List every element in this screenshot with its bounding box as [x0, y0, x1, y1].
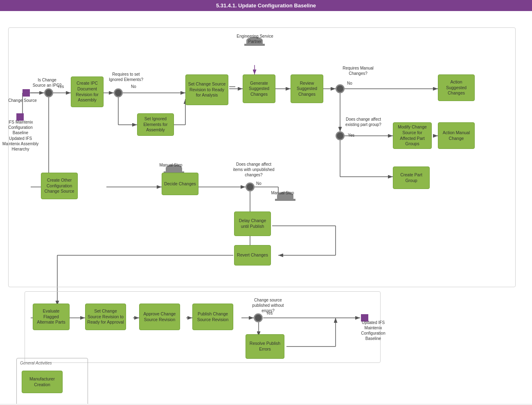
delay-change-box: Delay Change until Publish — [234, 212, 271, 236]
no3-label: No — [256, 181, 261, 186]
change-source-square — [23, 89, 30, 97]
title-bar: 5.31.4.1. Update Configuration Baseline — [0, 0, 532, 11]
gate5 — [246, 182, 255, 191]
gate3 — [336, 84, 345, 93]
decide-changes-box: Decide Changes — [162, 173, 198, 195]
create-ipc-box: Create IPC Document Revision for Assembl… — [71, 76, 104, 107]
manual-step2-label: Manual Step — [269, 190, 296, 196]
general-activities-label: General Activities — [20, 360, 52, 366]
publish-change-box: Publish Change Source Revision — [192, 304, 233, 330]
change-source-label: Change Source — [8, 98, 37, 103]
action-suggested-box: Action Suggested Changes — [438, 74, 475, 101]
review-suggested-box: Review Suggested Changes — [291, 74, 323, 103]
requires-ignored-label: Requires to set Ignored Elements? — [106, 72, 147, 82]
title-text: 5.31.4.1. Update Configuration Baseline — [216, 2, 316, 9]
gate4 — [336, 131, 345, 140]
updated-ifs2-label: Updated IFS Maintenix Configuration Base… — [353, 320, 394, 341]
action-manual-box: Action Manual Change — [438, 122, 475, 149]
general-activities-box: General Activities Manufacturer Creation — [16, 358, 88, 404]
resolve-errors-box: Resolve Publish Errors — [246, 334, 284, 359]
modify-change-source-box: Modify Change Source for Affected Part G… — [393, 122, 432, 149]
yes2-label: Yes — [348, 133, 354, 138]
gate1 — [44, 88, 53, 97]
create-part-group-box: Create Part Group — [393, 166, 430, 189]
yes3-label: Yes — [266, 310, 273, 316]
set-change-approval-box: Set Change Source Revision to Ready for … — [85, 304, 126, 330]
manual-step1-label: Manual Step — [158, 162, 184, 168]
approve-change-box: Approve Change Source Revision — [139, 304, 180, 330]
engineering-service-label: Engineering Service Partner — [234, 34, 275, 44]
evaluate-flagged-box: Evaluate Flagged Alternate Parts — [33, 304, 70, 330]
revert-changes-box: Revert Changes — [234, 245, 271, 266]
no2-label: No — [347, 81, 352, 86]
ifs-maintenix-label: IFS Maintenix Configuration Baseline — [2, 119, 39, 135]
updated-ifs-assembly-label: Updated IFS Maintenix Assembly Hierarchy — [2, 136, 39, 152]
requires-manual-label: Requires Manual Changes? — [340, 65, 376, 76]
diagram-area: Change Source IFS Maintenix Configuratio… — [0, 11, 532, 404]
manufacturer-creation-box: Manufacturer Creation — [22, 371, 63, 393]
no1-label: No — [131, 84, 136, 89]
set-change-source-analysis-box: Set Change Source Revision to Ready for … — [185, 74, 228, 105]
does-change-part-group-label: Does change affect existing part group? — [343, 117, 384, 127]
yes1-label: Yes — [57, 84, 64, 89]
gate6 — [254, 313, 263, 322]
gate2 — [114, 88, 123, 97]
set-ignored-box: Set Ignored Elements for Assembly — [137, 113, 174, 136]
does-change-unpublished-label: Does change affect items with unpublishe… — [231, 162, 276, 178]
create-other-box: Create Other Configuration Change Source — [41, 173, 78, 199]
generate-suggested-box: Generate Suggested Changes — [243, 74, 275, 103]
